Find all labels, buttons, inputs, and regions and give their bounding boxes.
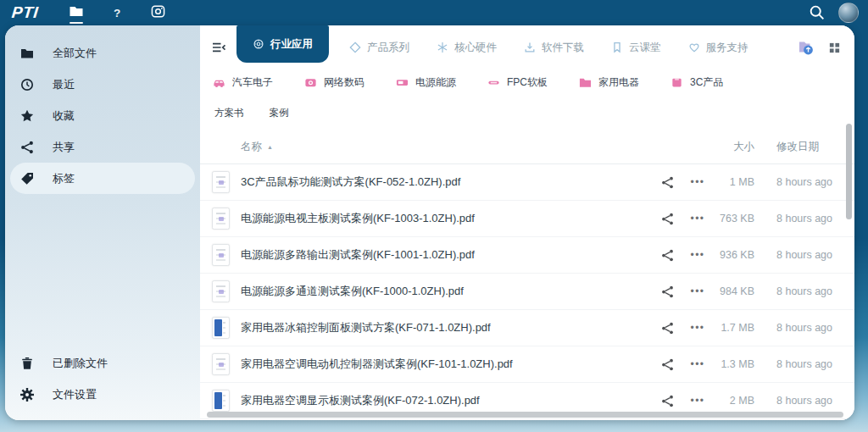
- table-row[interactable]: 电源能源多通道测试案例(KF-1000-1.0ZH).pdf ••• 984 K…: [200, 274, 854, 310]
- category-label: 家用电器: [598, 75, 639, 90]
- sidebar-item-tags[interactable]: 标签: [10, 163, 195, 194]
- pti-logo: PTI: [11, 3, 39, 22]
- camera-icon: [151, 4, 165, 22]
- category-row: 汽车电子 网络数码 电源能源 FPC软板 家用电器: [200, 69, 854, 95]
- sidebar-item-label: 共享: [53, 140, 75, 155]
- help-button[interactable]: ?: [108, 3, 126, 23]
- photos-app-button[interactable]: [148, 3, 167, 23]
- share-icon[interactable]: [661, 358, 674, 371]
- power-icon: [396, 76, 409, 89]
- share-icon[interactable]: [661, 213, 674, 225]
- file-modified: 8 hours ago: [754, 358, 826, 370]
- category-label: 汽车电子: [232, 75, 273, 90]
- file-size: 936 KB: [713, 249, 754, 261]
- camera-icon: [304, 76, 317, 89]
- category-3c-products[interactable]: 3C产品: [670, 75, 754, 90]
- tab-label: 软件下载: [542, 41, 584, 55]
- pdf-file-blue-icon: [212, 390, 230, 412]
- car-icon: [213, 76, 225, 89]
- share-icon[interactable]: [661, 176, 674, 189]
- tab-software-download[interactable]: 软件下载: [510, 25, 598, 69]
- tab-bar: 行业应用 产品系列 核心硬件 软件下载 云课堂: [200, 25, 854, 69]
- file-size: 984 KB: [713, 285, 754, 297]
- chip-icon: [487, 76, 500, 89]
- diamond-icon: [349, 42, 361, 53]
- files-app-button[interactable]: [67, 3, 86, 23]
- table-row[interactable]: 家用电器冰箱控制面板测试方案(KF-071-1.0ZH).pdf ••• 1.7…: [200, 310, 854, 346]
- app-screen: PTI ? 全部文件: [0, 0, 868, 432]
- pdf-file-icon: [212, 171, 230, 193]
- column-header-size[interactable]: 大小: [713, 140, 754, 154]
- clock-icon: [20, 78, 34, 91]
- file-list: 3C产品鼠标功能测试方案(KF-052-1.0ZH).pdf ••• 1 MB …: [200, 164, 854, 419]
- more-actions-icon[interactable]: •••: [690, 358, 704, 370]
- category-network-digital[interactable]: 网络数码: [304, 75, 396, 90]
- file-modified: 8 hours ago: [754, 213, 826, 224]
- heart-icon: [688, 42, 700, 53]
- share-icon[interactable]: [661, 249, 674, 262]
- grid-view-icon[interactable]: [828, 42, 841, 54]
- sidebar-item-label: 收藏: [53, 108, 75, 124]
- filter-case[interactable]: 案例: [270, 107, 289, 119]
- more-actions-icon[interactable]: •••: [690, 285, 704, 297]
- avatar[interactable]: [838, 3, 859, 23]
- more-actions-icon[interactable]: •••: [690, 395, 704, 407]
- file-size: 2 MB: [713, 395, 754, 407]
- topbar-right: [809, 3, 859, 23]
- tab-cloud-classroom[interactable]: 云课堂: [598, 25, 675, 69]
- file-name: 电源能源多路输出测试案例(KF-1001-1.0ZH).pdf: [241, 247, 652, 263]
- pdf-file-icon: [212, 244, 230, 266]
- sidebar-item-file-settings[interactable]: 文件设置: [5, 379, 200, 410]
- more-actions-icon[interactable]: •••: [690, 322, 704, 334]
- sidebar-item-favorites[interactable]: 收藏: [5, 100, 200, 131]
- table-row[interactable]: 电源能源电视主板测试案例(KF-1003-1.0ZH).pdf ••• 763 …: [200, 201, 854, 237]
- category-power-energy[interactable]: 电源能源: [396, 75, 487, 90]
- sidebar-item-label: 已删除文件: [53, 356, 108, 371]
- more-actions-icon[interactable]: •••: [690, 213, 704, 224]
- file-modified: 8 hours ago: [754, 322, 826, 334]
- tab-label: 云课堂: [629, 41, 661, 55]
- filter-proposal[interactable]: 方案书: [214, 107, 244, 119]
- tab-core-hardware[interactable]: 核心硬件: [423, 25, 510, 69]
- category-label: 网络数码: [324, 75, 364, 90]
- table-row[interactable]: 3C产品鼠标功能测试方案(KF-052-1.0ZH).pdf ••• 1 MB …: [200, 164, 854, 201]
- share-icon[interactable]: [661, 395, 674, 407]
- vertical-scrollbar[interactable]: [846, 124, 852, 219]
- folder-icon: [69, 4, 84, 21]
- file-size: 1.7 MB: [713, 322, 754, 334]
- table-row[interactable]: 家用电器空调电动机控制器测试案例(KF-101-1.0ZH).pdf ••• 1…: [200, 346, 854, 383]
- column-header-name[interactable]: 名称 ▲: [241, 140, 652, 154]
- sidebar-item-all-files[interactable]: 全部文件: [5, 37, 200, 69]
- category-home-appliances[interactable]: 家用电器: [579, 75, 670, 90]
- file-modified: 8 hours ago: [754, 176, 826, 188]
- tab-label: 核心硬件: [454, 41, 497, 55]
- search-button[interactable]: [809, 4, 826, 21]
- sidebar-bottom: 已删除文件 文件设置: [5, 347, 200, 420]
- tab-product-series[interactable]: 产品系列: [336, 25, 423, 69]
- file-size: 763 KB: [713, 213, 754, 224]
- collapse-sidebar-icon[interactable]: [211, 41, 226, 54]
- more-actions-icon[interactable]: •••: [690, 176, 704, 188]
- sidebar-item-recent[interactable]: 最近: [5, 69, 200, 100]
- search-icon: [809, 4, 826, 21]
- column-header-modified[interactable]: 修改日期: [754, 140, 826, 154]
- share-icon[interactable]: [661, 285, 674, 298]
- sidebar-item-deleted-files[interactable]: 已删除文件: [5, 347, 200, 379]
- sidebar-item-label: 全部文件: [53, 46, 97, 61]
- app-badge-icon[interactable]: [796, 39, 815, 56]
- tab-service-support[interactable]: 服务支持: [675, 25, 762, 69]
- category-fpc-flex-board[interactable]: FPC软板: [487, 75, 579, 90]
- share-icon[interactable]: [661, 322, 674, 335]
- tab-industry-applications[interactable]: 行业应用: [236, 25, 329, 63]
- topbar-app-menu: ?: [67, 3, 167, 23]
- category-automotive-electronics[interactable]: 汽车电子: [213, 75, 304, 90]
- gear-icon: [20, 388, 34, 402]
- more-actions-icon[interactable]: •••: [690, 249, 704, 261]
- tab-label: 服务支持: [706, 41, 748, 55]
- file-size: 1 MB: [713, 176, 754, 188]
- file-name: 3C产品鼠标功能测试方案(KF-052-1.0ZH).pdf: [241, 174, 652, 190]
- box-icon: [670, 76, 683, 89]
- sidebar-item-shared[interactable]: 共享: [5, 131, 200, 163]
- horizontal-scrollbar[interactable]: [207, 412, 843, 418]
- table-row[interactable]: 电源能源多路输出测试案例(KF-1001-1.0ZH).pdf ••• 936 …: [200, 237, 854, 274]
